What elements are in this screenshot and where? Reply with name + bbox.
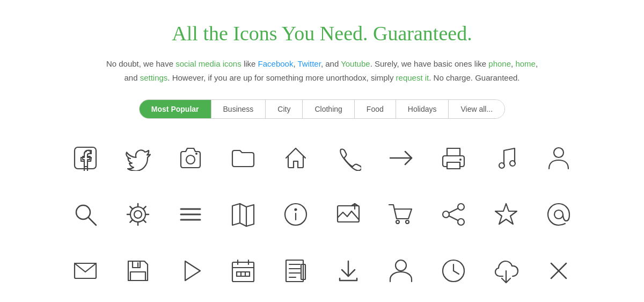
svg-point-28 <box>458 219 464 225</box>
svg-point-6 <box>459 159 462 161</box>
at-sign-icon[interactable] <box>535 194 583 234</box>
icons-row-1 <box>59 138 585 178</box>
svg-rect-34 <box>133 261 140 268</box>
settings-icon[interactable] <box>114 194 162 234</box>
tabs-container: Most Popular Business City Clothing Food… <box>38 99 606 119</box>
svg-point-13 <box>130 207 145 222</box>
svg-point-27 <box>443 211 449 218</box>
printer-icon[interactable] <box>429 138 478 178</box>
clock-icon[interactable] <box>429 250 478 291</box>
svg-marker-37 <box>185 261 200 281</box>
newspaper-icon[interactable] <box>272 250 320 291</box>
description-text: No doubt, we have social media icons lik… <box>102 57 542 84</box>
svg-point-24 <box>396 220 399 224</box>
svg-rect-35 <box>130 272 145 281</box>
svg-point-32 <box>554 210 563 219</box>
link-home[interactable]: home <box>515 59 536 68</box>
link-phone[interactable]: phone <box>488 59 511 68</box>
facebook-icon[interactable] <box>61 138 109 178</box>
person-icon[interactable] <box>535 138 583 178</box>
svg-point-2 <box>195 153 197 155</box>
save-icon[interactable] <box>114 250 162 291</box>
phone-icon[interactable] <box>324 138 372 178</box>
tab-most-popular[interactable]: Most Popular <box>140 100 211 118</box>
svg-point-21 <box>295 208 297 210</box>
tab-view-all[interactable]: View all... <box>449 100 504 118</box>
email-icon[interactable] <box>61 250 109 291</box>
cloud-download-icon[interactable] <box>482 250 530 291</box>
tabs: Most Popular Business City Clothing Food… <box>139 99 505 119</box>
play-icon[interactable] <box>166 250 215 291</box>
svg-point-55 <box>396 260 406 271</box>
link-twitter[interactable]: Twitter <box>298 59 321 68</box>
camera-icon[interactable] <box>166 138 215 178</box>
svg-line-29 <box>449 208 458 213</box>
menu-icon[interactable] <box>166 194 215 234</box>
svg-line-58 <box>453 271 459 274</box>
page-wrapper: All the Icons You Need. Guaranteed. No d… <box>27 0 617 302</box>
svg-line-30 <box>449 216 458 220</box>
icons-row-2 <box>59 194 585 234</box>
search-icon[interactable] <box>61 194 109 234</box>
cart-icon[interactable] <box>377 194 425 234</box>
icons-section <box>38 138 606 291</box>
info-icon[interactable] <box>272 194 320 234</box>
twitter-icon[interactable] <box>114 138 162 178</box>
svg-point-1 <box>186 155 195 164</box>
icons-row-3 <box>59 250 585 291</box>
link-youtube[interactable]: Youtube <box>341 59 370 68</box>
star-icon[interactable] <box>482 194 530 234</box>
download-icon[interactable] <box>324 250 372 291</box>
svg-point-7 <box>499 163 504 168</box>
svg-line-11 <box>89 218 96 225</box>
music-note-icon[interactable] <box>482 138 530 178</box>
calendar-icon[interactable] <box>219 250 267 291</box>
tab-clothing[interactable]: Clothing <box>303 100 354 118</box>
home-icon[interactable] <box>272 138 320 178</box>
link-settings[interactable]: settings <box>140 73 168 82</box>
svg-rect-4 <box>447 148 460 156</box>
svg-rect-5 <box>447 162 460 169</box>
close-icon[interactable] <box>535 250 583 291</box>
map-icon[interactable] <box>219 194 267 234</box>
tab-holidays[interactable]: Holidays <box>396 100 449 118</box>
folder-icon[interactable] <box>219 138 267 178</box>
tab-city[interactable]: City <box>266 100 303 118</box>
link-request[interactable]: request it <box>396 73 429 82</box>
arrow-right-icon[interactable] <box>377 138 425 178</box>
svg-point-12 <box>134 211 142 218</box>
tab-business[interactable]: Business <box>211 100 266 118</box>
svg-point-26 <box>458 204 464 210</box>
svg-point-8 <box>510 161 515 166</box>
share-icon[interactable] <box>429 194 478 234</box>
tab-food[interactable]: Food <box>355 100 396 118</box>
main-title: All the Icons You Need. Guaranteed. <box>38 21 606 45</box>
svg-point-9 <box>554 148 564 157</box>
upload-image-icon[interactable] <box>324 194 372 234</box>
svg-marker-31 <box>495 204 517 224</box>
svg-point-25 <box>406 220 409 224</box>
user-profile-icon[interactable] <box>377 250 425 291</box>
link-facebook[interactable]: Facebook <box>258 59 294 68</box>
svg-point-10 <box>76 205 90 219</box>
link-social-media-icons[interactable]: social media icons <box>175 59 241 68</box>
